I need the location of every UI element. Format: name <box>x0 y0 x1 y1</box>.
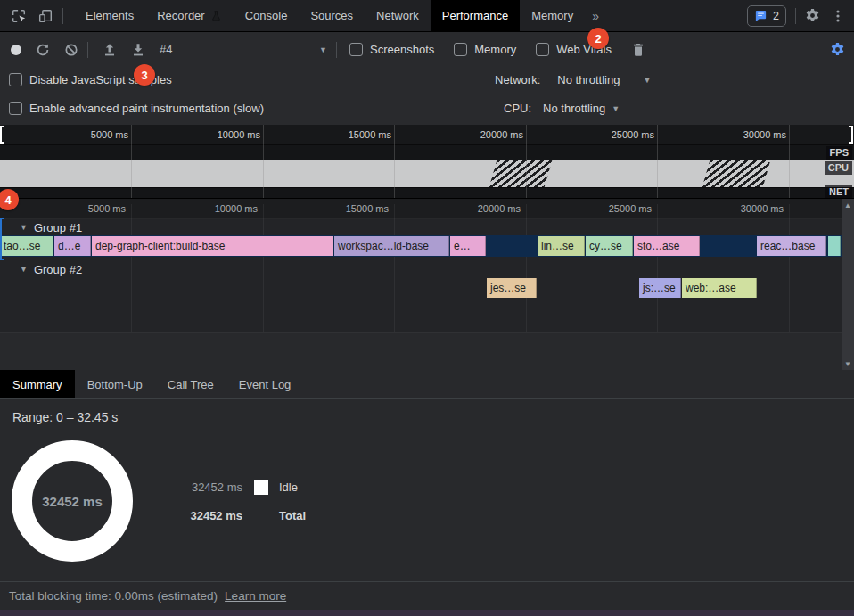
flame-tick-label: 15000 ms <box>314 199 389 219</box>
flame-event-bar[interactable]: tao…se <box>0 236 53 256</box>
checkbox-label: Screenshots <box>370 43 434 56</box>
flame-tick-label: 30000 ms <box>709 199 784 219</box>
tab-label: Sources <box>310 9 353 22</box>
flame-event-bar[interactable]: jes…se <box>487 278 537 298</box>
overview-right-handle[interactable] <box>849 126 853 144</box>
group-header[interactable]: ▼Group #2 <box>0 261 842 277</box>
issues-chat-chip[interactable]: 2 <box>747 5 786 27</box>
scroll-up-icon[interactable]: ▲ <box>844 201 851 209</box>
chevron-down-icon[interactable]: ▼ <box>643 76 651 85</box>
network-throttle-select[interactable]: No throttling <box>557 73 620 86</box>
overview-tick-label: 10000 ms <box>185 125 260 145</box>
legend-row: 32452 msIdle <box>185 480 306 495</box>
memory-checkbox[interactable]: Memory <box>454 43 516 56</box>
inspect-icon[interactable] <box>11 8 27 24</box>
screenshots-checkbox[interactable]: Screenshots <box>349 43 434 56</box>
flame-event-bar[interactable]: reac…base <box>757 236 826 256</box>
tab-memory[interactable]: Memory <box>520 0 585 32</box>
flame-event-bar[interactable]: sto…ase <box>634 236 700 256</box>
beaker-icon <box>210 10 222 22</box>
legend-swatch <box>254 480 268 495</box>
flame-event-bar[interactable]: js:…se <box>639 278 681 298</box>
tab-label: Recorder <box>157 9 204 22</box>
flame-lower-pane <box>0 332 842 371</box>
fps-lane-label: FPS <box>826 146 852 160</box>
footer-bar: Total blocking time: 0.00ms (estimated) … <box>0 581 854 610</box>
paint-instrumentation-checkbox[interactable]: Enable advanced paint instrumentation (s… <box>9 102 264 115</box>
triangle-down-icon[interactable]: ▼ <box>20 223 28 232</box>
chevron-down-icon: ▼ <box>319 45 327 54</box>
overview-ruler: 5000 ms10000 ms15000 ms20000 ms25000 ms3… <box>0 125 854 145</box>
checkbox-label: Memory <box>474 43 516 56</box>
tab-performance[interactable]: Performance <box>431 0 520 32</box>
overview-grid-line <box>131 125 132 198</box>
tab-elements[interactable]: Elements <box>74 0 145 32</box>
capture-settings-gear-icon[interactable] <box>830 42 845 57</box>
legend-row: 32452 msTotal <box>185 508 306 523</box>
paint-instrumentation-label: Enable advanced paint instrumentation (s… <box>29 102 264 115</box>
tab-sources[interactable]: Sources <box>299 0 365 32</box>
group-track: jes…sejs:…seweb:…ase <box>0 277 842 299</box>
overview-grid-line <box>789 125 790 198</box>
group-header[interactable]: ▼Group #1 <box>0 219 842 235</box>
timeline-overview[interactable]: 5000 ms10000 ms15000 ms20000 ms25000 ms3… <box>0 125 854 198</box>
overview-tick-label: 20000 ms <box>448 125 523 145</box>
checkbox-box <box>454 43 467 56</box>
flame-event-bar[interactable]: e… <box>450 236 486 256</box>
overview-left-handle[interactable] <box>0 126 4 144</box>
tab-network[interactable]: Network <box>365 0 431 32</box>
tab-recorder[interactable]: Recorder <box>145 0 233 32</box>
flame-scrollbar[interactable]: ▲ ▼ <box>842 199 854 371</box>
group-name: Group #1 <box>34 221 82 234</box>
donut-total-label: 32452 ms <box>12 440 133 562</box>
flame-chart[interactable]: 5000 ms10000 ms15000 ms20000 ms25000 ms3… <box>0 198 854 370</box>
range-label: Range: 0 – 32.45 s <box>12 410 118 424</box>
chat-icon <box>754 9 768 22</box>
flame-event-bar[interactable]: web:…ase <box>682 278 757 298</box>
reload-and-record-icon[interactable] <box>36 43 50 57</box>
flame-event-bar[interactable] <box>828 236 841 256</box>
scroll-down-icon[interactable]: ▼ <box>844 360 851 368</box>
trash-icon[interactable] <box>631 43 645 57</box>
cpu-throttled-hatch <box>489 160 553 187</box>
overview-tick-label: 5000 ms <box>53 125 128 145</box>
save-profile-icon[interactable] <box>131 43 145 57</box>
details-tab-event-log[interactable]: Event Log <box>226 370 304 398</box>
details-tab-call-tree[interactable]: Call Tree <box>155 370 226 398</box>
clear-icon[interactable] <box>64 43 78 57</box>
devtools-window: ElementsRecorderConsoleSourcesNetworkPer… <box>0 0 854 616</box>
total-blocking-time-text: Total blocking time: 0.00ms (estimated) <box>9 589 218 603</box>
legend-value: 32452 ms <box>185 509 242 522</box>
flame-tick-label: 5000 ms <box>51 199 126 219</box>
record-icon[interactable] <box>11 45 21 55</box>
details-tabbar: SummaryBottom-UpCall TreeEvent Log <box>0 370 854 399</box>
group-track: tao…sed…edep-graph-client:build-basework… <box>0 235 842 257</box>
flame-event-bar[interactable]: workspac…ld-base <box>334 236 449 256</box>
divider <box>62 8 63 24</box>
flame-event-bar[interactable]: d…e <box>54 236 91 256</box>
load-profile-icon[interactable] <box>103 43 117 57</box>
devtools-tabbar: ElementsRecorderConsoleSourcesNetworkPer… <box>0 0 854 32</box>
more-tabs-chevron[interactable]: » <box>585 9 606 23</box>
flame-event-bar[interactable]: cy…se <box>586 236 633 256</box>
flame-tick-label: 20000 ms <box>446 199 521 219</box>
flame-event-bar[interactable]: lin…se <box>538 236 585 256</box>
more-options-icon[interactable] <box>831 9 845 23</box>
device-toolbar-icon[interactable] <box>37 8 53 24</box>
cpu-throttle-select[interactable]: No throttling <box>543 102 605 115</box>
group-name: Group #2 <box>34 263 82 276</box>
overview-tick-label: 30000 ms <box>711 125 786 145</box>
overview-cpu-band <box>0 160 854 187</box>
overview-net-band <box>0 187 854 198</box>
learn-more-link[interactable]: Learn more <box>225 589 286 603</box>
flame-event-bar[interactable]: dep-graph-client:build-base <box>92 236 333 256</box>
details-tab-summary[interactable]: Summary <box>0 370 75 398</box>
history-dropdown[interactable]: #4 ▼ <box>160 43 327 56</box>
triangle-down-icon[interactable]: ▼ <box>20 265 28 274</box>
overview-grid-line <box>526 125 527 198</box>
details-tab-bottom-up[interactable]: Bottom-Up <box>75 370 155 398</box>
tab-console[interactable]: Console <box>234 0 300 32</box>
chevron-down-icon[interactable]: ▼ <box>612 104 620 113</box>
flame-ruler: 5000 ms10000 ms15000 ms20000 ms25000 ms3… <box>0 199 842 219</box>
settings-gear-icon[interactable] <box>805 8 820 23</box>
